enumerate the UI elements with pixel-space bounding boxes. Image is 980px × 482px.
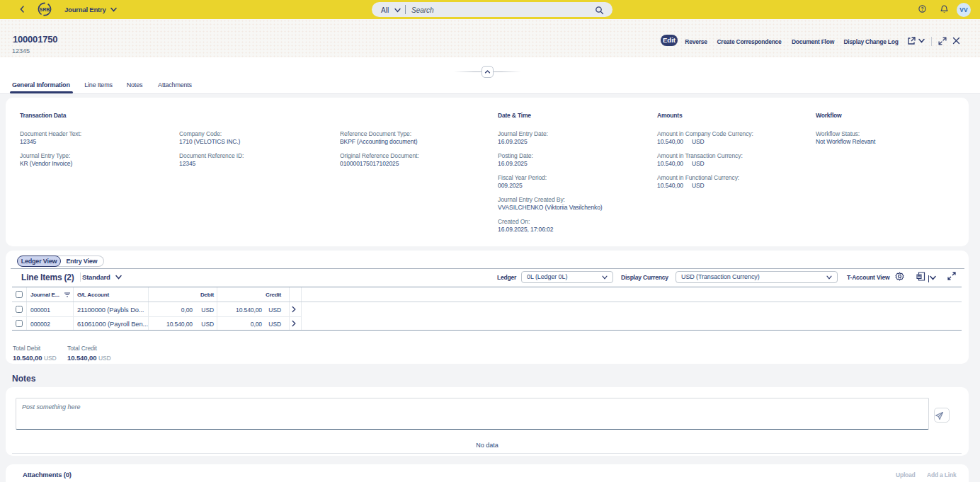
svg-text:?: ? (921, 6, 924, 11)
svg-text:SRB: SRB (40, 7, 50, 12)
